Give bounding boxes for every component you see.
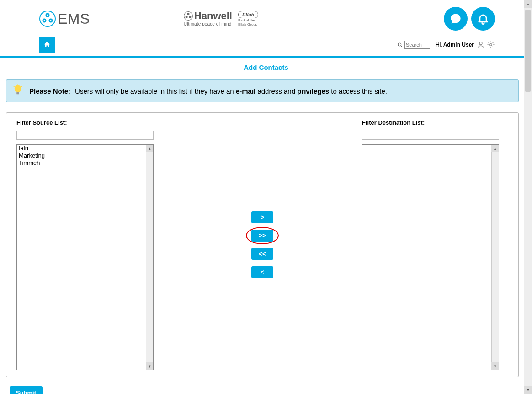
listbox-scroll-up[interactable]: ▴: [491, 145, 499, 152]
page-scroll-thumb[interactable]: [525, 10, 531, 92]
svg-line-18: [14, 86, 15, 87]
destination-filter-input[interactable]: [362, 131, 499, 140]
ellab-sub1: Part of the: [238, 19, 255, 22]
note-bar: Please Note: Users will only be availabl…: [6, 79, 519, 102]
svg-point-9: [185, 16, 187, 18]
chat-button[interactable]: [444, 7, 468, 31]
source-listbox[interactable]: IainMarketingTimmeh ▴ ▾: [16, 144, 154, 370]
add-all-button[interactable]: >>: [251, 230, 273, 242]
listbox-scroll-track[interactable]: [491, 145, 499, 370]
hanwell-name-text: Hanwell: [194, 11, 232, 21]
ems-logo: EMS: [39, 11, 90, 27]
home-icon: [43, 41, 51, 49]
note-label: Please Note:: [29, 87, 70, 95]
ems-logo-text: EMS: [58, 11, 90, 27]
note-text: Users will only be available in this lis…: [75, 87, 387, 95]
page-scroll-down[interactable]: ▾: [524, 386, 532, 394]
ellab-name: Ellab: [238, 11, 258, 18]
svg-point-15: [490, 44, 492, 46]
hanwell-logo: Hanwell Ultimate peace of mind Ellab Par…: [184, 11, 258, 26]
ellab-sub2: Ellab Group: [238, 23, 257, 26]
source-filter-label: Filter Source List:: [16, 119, 163, 126]
listbox-scroll-track[interactable]: [146, 145, 153, 370]
svg-point-16: [15, 85, 21, 93]
svg-rect-17: [16, 92, 19, 95]
submit-button[interactable]: Submit: [10, 386, 43, 394]
notifications-button[interactable]: [471, 7, 495, 31]
svg-line-13: [401, 46, 402, 47]
hanwell-dots-icon: [184, 11, 193, 21]
search-input[interactable]: [404, 41, 430, 49]
destination-listbox[interactable]: ▴ ▾: [362, 144, 499, 370]
svg-point-11: [451, 14, 461, 22]
lightbulb-icon: [13, 84, 23, 97]
svg-point-5: [44, 20, 45, 21]
destination-filter-label: Filter Destination List:: [362, 119, 508, 126]
list-item[interactable]: Timmeh: [17, 159, 153, 167]
chat-icon: [449, 12, 462, 25]
svg-point-12: [398, 43, 401, 46]
search-icon: [397, 42, 403, 48]
page-title: Add Contacts: [0, 58, 532, 79]
remove-all-button[interactable]: <<: [251, 248, 273, 260]
ems-dots-icon: [39, 11, 56, 27]
dual-list-panel: Filter Source List: IainMarketingTimmeh …: [6, 112, 519, 377]
svg-point-4: [47, 15, 48, 16]
home-button[interactable]: [39, 37, 55, 53]
listbox-scroll-up[interactable]: ▴: [146, 145, 153, 152]
svg-point-14: [479, 42, 482, 45]
greeting-text: Hi,: [436, 42, 442, 48]
svg-line-19: [21, 86, 22, 87]
list-item[interactable]: Marketing: [17, 152, 153, 159]
page-scroll-up[interactable]: ▴: [524, 0, 532, 8]
username-text: Admin User: [443, 42, 474, 48]
gear-icon[interactable]: [487, 41, 495, 49]
list-item[interactable]: Iain: [17, 145, 153, 152]
bell-icon: [477, 12, 489, 25]
listbox-scroll-down[interactable]: ▾: [146, 362, 153, 370]
add-one-button[interactable]: >: [251, 211, 273, 223]
user-icon[interactable]: [477, 41, 485, 49]
remove-one-button[interactable]: <: [251, 266, 273, 278]
listbox-scroll-down[interactable]: ▾: [491, 362, 499, 370]
svg-point-6: [50, 20, 52, 21]
svg-point-10: [189, 16, 191, 18]
svg-point-8: [187, 13, 189, 15]
hanwell-tagline: Ultimate peace of mind: [184, 21, 232, 26]
source-filter-input[interactable]: [16, 131, 154, 140]
